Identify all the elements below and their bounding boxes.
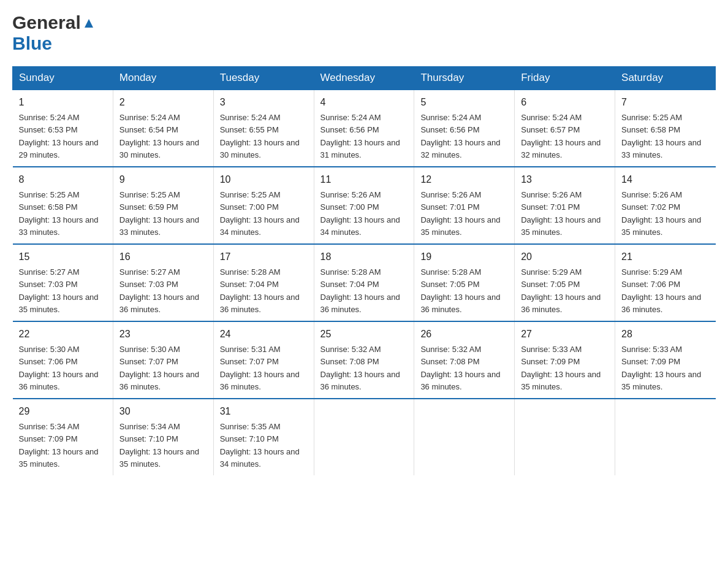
- day-info: Sunrise: 5:24 AMSunset: 6:56 PMDaylight:…: [420, 113, 500, 159]
- calendar-cell: 7 Sunrise: 5:25 AMSunset: 6:58 PMDayligh…: [615, 90, 716, 167]
- svg-marker-0: [85, 19, 93, 28]
- day-info: Sunrise: 5:28 AMSunset: 7:05 PMDaylight:…: [420, 267, 500, 314]
- day-info: Sunrise: 5:26 AMSunset: 7:01 PMDaylight:…: [521, 190, 601, 237]
- day-info: Sunrise: 5:35 AMSunset: 7:10 PMDaylight:…: [220, 422, 300, 469]
- calendar-cell: 5 Sunrise: 5:24 AMSunset: 6:56 PMDayligh…: [414, 90, 515, 167]
- day-info: Sunrise: 5:27 AMSunset: 7:03 PMDaylight:…: [19, 267, 99, 314]
- day-info: Sunrise: 5:33 AMSunset: 7:09 PMDaylight:…: [621, 345, 701, 391]
- day-number: 14: [621, 172, 709, 187]
- day-number: 2: [119, 95, 207, 110]
- calendar-cell: [314, 399, 414, 475]
- calendar-cell: 1 Sunrise: 5:24 AMSunset: 6:53 PMDayligh…: [13, 90, 113, 167]
- day-number: 11: [320, 172, 408, 187]
- calendar-cell: 18 Sunrise: 5:28 AMSunset: 7:04 PMDaylig…: [314, 244, 414, 321]
- calendar-cell: 22 Sunrise: 5:30 AMSunset: 7:06 PMDaylig…: [13, 321, 113, 399]
- day-number: 13: [521, 172, 609, 187]
- day-number: 8: [19, 172, 107, 187]
- calendar-cell: 14 Sunrise: 5:26 AMSunset: 7:02 PMDaylig…: [615, 167, 716, 244]
- day-info: Sunrise: 5:24 AMSunset: 6:54 PMDaylight:…: [119, 113, 199, 159]
- day-number: 26: [420, 327, 508, 342]
- day-info: Sunrise: 5:32 AMSunset: 7:08 PMDaylight:…: [320, 345, 400, 391]
- day-number: 9: [119, 172, 207, 187]
- calendar-cell: 10 Sunrise: 5:25 AMSunset: 7:00 PMDaylig…: [213, 167, 314, 244]
- day-number: 28: [621, 327, 709, 342]
- page-header: General Blue: [12, 12, 716, 54]
- day-number: 27: [521, 327, 609, 342]
- day-info: Sunrise: 5:26 AMSunset: 7:00 PMDaylight:…: [320, 190, 400, 237]
- day-number: 6: [521, 95, 609, 110]
- day-number: 16: [119, 250, 207, 264]
- calendar-cell: [615, 399, 716, 475]
- day-number: 18: [320, 250, 408, 264]
- day-info: Sunrise: 5:33 AMSunset: 7:09 PMDaylight:…: [521, 345, 601, 391]
- calendar-cell: 25 Sunrise: 5:32 AMSunset: 7:08 PMDaylig…: [314, 321, 414, 399]
- day-info: Sunrise: 5:26 AMSunset: 7:01 PMDaylight:…: [420, 190, 500, 237]
- day-info: Sunrise: 5:28 AMSunset: 7:04 PMDaylight:…: [320, 267, 400, 314]
- header-tuesday: Tuesday: [213, 67, 314, 90]
- calendar-week-2: 8 Sunrise: 5:25 AMSunset: 6:58 PMDayligh…: [13, 167, 716, 244]
- logo-triangle-icon: [82, 17, 96, 30]
- day-number: 25: [320, 327, 408, 342]
- day-number: 30: [119, 404, 207, 419]
- day-number: 29: [19, 404, 107, 419]
- day-info: Sunrise: 5:24 AMSunset: 6:55 PMDaylight:…: [220, 113, 300, 159]
- day-info: Sunrise: 5:25 AMSunset: 6:58 PMDaylight:…: [621, 113, 701, 159]
- day-info: Sunrise: 5:30 AMSunset: 7:06 PMDaylight:…: [19, 345, 99, 391]
- day-number: 7: [621, 95, 709, 110]
- day-info: Sunrise: 5:34 AMSunset: 7:10 PMDaylight:…: [119, 422, 199, 469]
- day-info: Sunrise: 5:26 AMSunset: 7:02 PMDaylight:…: [621, 190, 701, 237]
- calendar-cell: 19 Sunrise: 5:28 AMSunset: 7:05 PMDaylig…: [414, 244, 515, 321]
- calendar-cell: 28 Sunrise: 5:33 AMSunset: 7:09 PMDaylig…: [615, 321, 716, 399]
- day-number: 20: [521, 250, 609, 264]
- calendar-cell: 8 Sunrise: 5:25 AMSunset: 6:58 PMDayligh…: [13, 167, 113, 244]
- header-saturday: Saturday: [615, 67, 716, 90]
- calendar-cell: 20 Sunrise: 5:29 AMSunset: 7:05 PMDaylig…: [515, 244, 615, 321]
- day-info: Sunrise: 5:30 AMSunset: 7:07 PMDaylight:…: [119, 345, 199, 391]
- day-info: Sunrise: 5:27 AMSunset: 7:03 PMDaylight:…: [119, 267, 199, 314]
- logo-general-text: General: [12, 12, 81, 33]
- calendar-cell: 17 Sunrise: 5:28 AMSunset: 7:04 PMDaylig…: [213, 244, 314, 321]
- calendar-cell: 13 Sunrise: 5:26 AMSunset: 7:01 PMDaylig…: [515, 167, 615, 244]
- day-number: 22: [19, 327, 107, 342]
- day-number: 23: [119, 327, 207, 342]
- logo-blue-text: Blue: [12, 33, 52, 53]
- calendar-header-row: SundayMondayTuesdayWednesdayThursdayFrid…: [13, 67, 716, 90]
- calendar-cell: 3 Sunrise: 5:24 AMSunset: 6:55 PMDayligh…: [213, 90, 314, 167]
- day-number: 3: [220, 95, 308, 110]
- logo: General Blue: [12, 12, 96, 54]
- calendar-cell: 6 Sunrise: 5:24 AMSunset: 6:57 PMDayligh…: [515, 90, 615, 167]
- day-number: 10: [220, 172, 308, 187]
- calendar-cell: 4 Sunrise: 5:24 AMSunset: 6:56 PMDayligh…: [314, 90, 414, 167]
- calendar-cell: 23 Sunrise: 5:30 AMSunset: 7:07 PMDaylig…: [113, 321, 213, 399]
- calendar-cell: 2 Sunrise: 5:24 AMSunset: 6:54 PMDayligh…: [113, 90, 213, 167]
- calendar-cell: 26 Sunrise: 5:32 AMSunset: 7:08 PMDaylig…: [414, 321, 515, 399]
- calendar-cell: 16 Sunrise: 5:27 AMSunset: 7:03 PMDaylig…: [113, 244, 213, 321]
- day-number: 31: [220, 404, 308, 419]
- day-info: Sunrise: 5:31 AMSunset: 7:07 PMDaylight:…: [220, 345, 300, 391]
- calendar-cell: 12 Sunrise: 5:26 AMSunset: 7:01 PMDaylig…: [414, 167, 515, 244]
- day-number: 21: [621, 250, 709, 264]
- day-info: Sunrise: 5:25 AMSunset: 6:58 PMDaylight:…: [19, 190, 99, 237]
- day-number: 5: [420, 95, 508, 110]
- day-info: Sunrise: 5:24 AMSunset: 6:56 PMDaylight:…: [320, 113, 400, 159]
- day-info: Sunrise: 5:29 AMSunset: 7:06 PMDaylight:…: [621, 267, 701, 314]
- calendar-week-4: 22 Sunrise: 5:30 AMSunset: 7:06 PMDaylig…: [13, 321, 716, 399]
- calendar-cell: 15 Sunrise: 5:27 AMSunset: 7:03 PMDaylig…: [13, 244, 113, 321]
- day-info: Sunrise: 5:28 AMSunset: 7:04 PMDaylight:…: [220, 267, 300, 314]
- header-wednesday: Wednesday: [314, 67, 414, 90]
- day-info: Sunrise: 5:34 AMSunset: 7:09 PMDaylight:…: [19, 422, 99, 469]
- day-number: 19: [420, 250, 508, 264]
- calendar-cell: 30 Sunrise: 5:34 AMSunset: 7:10 PMDaylig…: [113, 399, 213, 475]
- day-number: 15: [19, 250, 107, 264]
- calendar-cell: 9 Sunrise: 5:25 AMSunset: 6:59 PMDayligh…: [113, 167, 213, 244]
- header-thursday: Thursday: [414, 67, 515, 90]
- day-number: 4: [320, 95, 408, 110]
- calendar-cell: 21 Sunrise: 5:29 AMSunset: 7:06 PMDaylig…: [615, 244, 716, 321]
- day-info: Sunrise: 5:25 AMSunset: 6:59 PMDaylight:…: [119, 190, 199, 237]
- calendar-cell: 29 Sunrise: 5:34 AMSunset: 7:09 PMDaylig…: [13, 399, 113, 475]
- calendar-cell: 11 Sunrise: 5:26 AMSunset: 7:00 PMDaylig…: [314, 167, 414, 244]
- calendar-table: SundayMondayTuesdayWednesdayThursdayFrid…: [12, 66, 716, 475]
- calendar-cell: [414, 399, 515, 475]
- day-info: Sunrise: 5:24 AMSunset: 6:53 PMDaylight:…: [19, 113, 99, 159]
- calendar-cell: 31 Sunrise: 5:35 AMSunset: 7:10 PMDaylig…: [213, 399, 314, 475]
